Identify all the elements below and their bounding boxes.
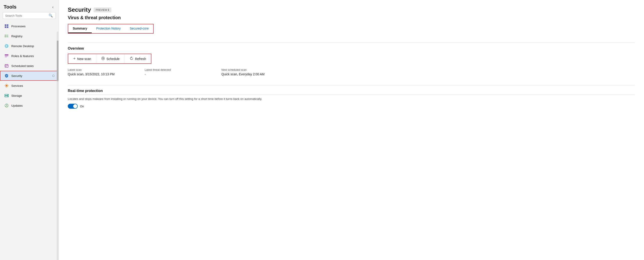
svg-rect-3 — [7, 26, 8, 28]
sidebar-item-registry[interactable]: Registry — [0, 31, 58, 41]
sidebar-item-processes[interactable]: Processes — [0, 21, 58, 31]
scrollbar-track[interactable] — [57, 32, 58, 260]
updates-label: Updates — [11, 104, 54, 107]
scan-info-latest-threat: Latest threat detected - — [144, 68, 222, 76]
scan-info-latest-scan: Latest scan Quick scan, 3/15/2022, 10:13… — [68, 68, 144, 76]
external-link-icon: ⬡ — [52, 74, 54, 77]
sidebar-item-updates[interactable]: Updates — [0, 101, 58, 111]
tab-summary[interactable]: Summary — [68, 24, 92, 33]
sidebar-header: Tools ‹ — [0, 0, 58, 12]
search-box: 🔍 — [3, 12, 56, 19]
latest-scan-value: Quick scan, 3/15/2022, 10:13 PM — [68, 72, 144, 76]
roles-features-label: Roles & features — [11, 54, 54, 58]
tab-protection-history[interactable]: Protection history — [92, 24, 125, 33]
tabs-container: Summary Protection history Secured-core — [68, 24, 154, 34]
toggle-row: On — [68, 104, 635, 109]
tabs-divider — [68, 43, 635, 43]
scan-info-next-scan: Next scheduled scan Quick scan, Everyday… — [222, 68, 635, 76]
refresh-button[interactable]: Refresh — [125, 54, 151, 63]
sidebar-title: Tools — [4, 4, 16, 10]
scheduled-tasks-icon — [4, 63, 9, 68]
svg-rect-2 — [5, 26, 6, 28]
storage-icon — [4, 93, 9, 98]
sidebar-item-scheduled-tasks[interactable]: Scheduled tasks — [0, 61, 58, 71]
rtp-description: Locates and stops malware from installin… — [68, 97, 271, 101]
collapse-button[interactable]: ‹ — [51, 4, 55, 10]
actions-bar: + New scan Schedule Refresh — [68, 54, 152, 64]
scheduled-tasks-label: Scheduled tasks — [11, 64, 54, 68]
search-input[interactable] — [5, 14, 48, 17]
svg-rect-14 — [5, 64, 8, 67]
remote-desktop-icon — [4, 43, 9, 48]
schedule-icon — [101, 57, 105, 61]
info-icon: ℹ — [108, 8, 109, 11]
services-label: Services — [11, 84, 54, 88]
svg-rect-7 — [6, 36, 8, 37]
sidebar-item-remote-desktop[interactable]: Remote Desktop — [0, 41, 58, 51]
section-title: Virus & threat protection — [68, 15, 635, 20]
schedule-label: Schedule — [106, 57, 120, 61]
svg-rect-0 — [5, 24, 6, 26]
refresh-label: Refresh — [135, 57, 146, 61]
next-scan-value: Quick scan, Everyday 2:00 AM — [222, 72, 635, 76]
svg-point-24 — [8, 96, 8, 97]
svg-rect-4 — [5, 35, 6, 36]
registry-label: Registry — [11, 34, 54, 38]
overview-title: Overview — [68, 46, 635, 50]
latest-threat-value: - — [144, 72, 222, 76]
updates-icon — [4, 103, 9, 108]
new-scan-label: New scan — [77, 57, 91, 61]
processes-label: Processes — [11, 25, 54, 28]
rtp-title: Real-time protection — [68, 89, 635, 93]
sidebar: Tools ‹ 🔍 Processes — [0, 0, 59, 260]
svg-rect-12 — [5, 55, 8, 56]
registry-icon — [4, 34, 9, 39]
sidebar-item-storage[interactable]: Storage — [0, 91, 58, 101]
roles-features-icon — [4, 53, 9, 58]
svg-rect-1 — [7, 24, 8, 26]
sidebar-list: Processes Registry — [0, 21, 58, 260]
schedule-button[interactable]: Schedule — [96, 54, 125, 63]
new-scan-button[interactable]: + New scan — [68, 54, 96, 63]
sidebar-item-roles-features[interactable]: Roles & features — [0, 51, 58, 61]
latest-threat-label: Latest threat detected — [144, 68, 222, 71]
sidebar-item-security[interactable]: Security ⬡ — [0, 71, 58, 81]
search-button[interactable]: 🔍 — [48, 13, 53, 17]
svg-rect-11 — [5, 54, 8, 55]
preview-badge: PREVIEW ℹ — [94, 8, 112, 12]
svg-point-20 — [6, 85, 8, 87]
page-title: Security — [68, 6, 91, 13]
scrollbar-thumb[interactable] — [57, 41, 58, 81]
rtp-toggle[interactable] — [68, 104, 78, 109]
security-label: Security — [11, 74, 51, 78]
svg-rect-6 — [6, 35, 8, 35]
remote-desktop-label: Remote Desktop — [11, 44, 54, 48]
latest-scan-label: Latest scan — [68, 68, 144, 71]
svg-point-23 — [8, 95, 8, 95]
services-icon — [4, 83, 9, 88]
security-icon — [4, 73, 9, 78]
toggle-label: On — [80, 105, 84, 108]
svg-rect-5 — [5, 36, 6, 37]
svg-rect-13 — [5, 57, 7, 57]
new-scan-icon: + — [73, 56, 76, 61]
tab-secured-core[interactable]: Secured-core — [125, 24, 153, 33]
sidebar-item-services[interactable]: Services — [0, 81, 58, 91]
scan-info-grid: Latest scan Quick scan, 3/15/2022, 10:13… — [68, 68, 635, 78]
processes-icon — [4, 24, 9, 29]
svg-rect-18 — [6, 66, 6, 67]
main-content: Security PREVIEW ℹ Virus & threat protec… — [59, 0, 644, 260]
next-scan-label: Next scheduled scan — [222, 68, 635, 71]
page-header: Security PREVIEW ℹ — [68, 6, 635, 13]
refresh-icon — [130, 57, 133, 61]
section-divider — [68, 85, 635, 85]
storage-label: Storage — [11, 94, 54, 97]
